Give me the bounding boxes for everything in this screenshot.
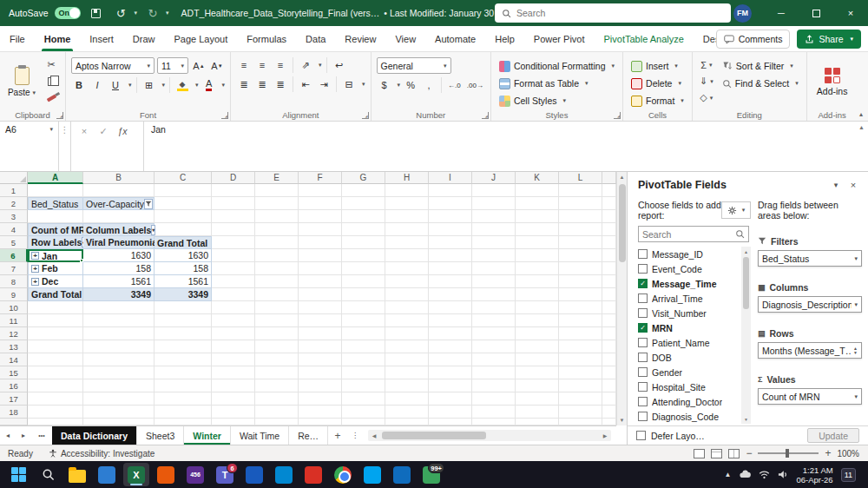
grid-cell[interactable] [255,406,299,419]
grid-cell[interactable] [155,210,212,223]
field-checkbox[interactable] [638,249,648,259]
grid-cell[interactable] [212,327,255,340]
grid-cell[interactable] [342,236,385,249]
grid-cell[interactable] [516,249,559,262]
grid-cell[interactable] [516,406,559,419]
grid-cell[interactable] [429,419,472,425]
grid-cell[interactable] [28,366,83,379]
grid-cell[interactable] [299,288,342,301]
pane-close-icon[interactable]: × [845,180,861,190]
alignment-dialog-launcher[interactable] [362,112,369,119]
enter-icon[interactable]: ✓ [95,124,111,138]
grid-cell[interactable] [559,340,602,353]
prev-sheet-icon[interactable]: ◂ [0,426,16,445]
start-button[interactable] [5,463,31,486]
pivot-filter-field-cell[interactable]: Bed_Status [28,197,83,210]
merge-center-button[interactable]: ⊟ [341,76,357,92]
decrease-indent-button[interactable]: ⇤ [298,76,313,92]
share-dropdown-icon[interactable]: ▾ [850,36,853,43]
grid-cell[interactable] [429,275,472,288]
number-dialog-launcher[interactable] [482,112,489,119]
font-color-dropdown-icon[interactable]: ▾ [222,82,226,89]
app-blue-tile[interactable] [94,463,120,486]
grid-cell[interactable] [385,236,429,249]
user-avatar[interactable]: FM [733,4,752,23]
field-checkbox[interactable] [638,412,648,421]
grid-cell[interactable] [472,184,516,197]
column-header-G[interactable]: G [342,172,385,184]
grid-cell[interactable] [28,379,83,392]
gear-drop-icon[interactable]: ▾ [742,207,746,214]
grid-cell[interactable] [255,197,299,210]
orientation-dropdown-icon[interactable]: ▾ [319,62,322,69]
format-painter-button[interactable] [43,90,60,105]
comma-style-button[interactable]: , [421,77,437,93]
grid-cell[interactable] [299,366,342,379]
grid-cell[interactable] [255,262,299,275]
filter-icon[interactable] [144,199,153,209]
row-header-11[interactable]: 11 [0,314,28,327]
grid-cell[interactable] [559,210,602,223]
grid-cell[interactable] [155,366,212,379]
grid-cell[interactable] [299,340,342,353]
grid-cell[interactable] [429,262,472,275]
bold-button[interactable]: B [71,77,87,93]
grid-cell[interactable] [385,197,429,210]
grid-cell[interactable] [516,419,559,425]
pivot-col-header-cell[interactable]: Viral Pneumonia [83,236,155,249]
grid-cell[interactable] [559,327,602,340]
grid-cell[interactable] [385,366,429,379]
row-header-3[interactable]: 3 [0,210,28,223]
expand-icon[interactable]: + [31,278,39,286]
row-header-17[interactable]: 17 [0,392,28,406]
tab-power-pivot[interactable]: Power Pivot [524,26,595,51]
pivot-row-feb-cell[interactable]: +Feb [28,262,83,275]
addins-button[interactable]: Add-ins [812,56,852,109]
field-item[interactable]: Attending_Doctor [638,394,751,409]
grid-cell[interactable] [602,275,616,288]
pivot-value-cell[interactable]: 1630 [155,249,212,262]
column-header-filler[interactable] [602,172,616,184]
grid-cell[interactable] [212,288,255,301]
grid-cell[interactable] [472,340,516,353]
row-header-18[interactable]: 18 [0,406,28,419]
grid-cell[interactable] [516,184,559,197]
values-field-chip[interactable]: Count of MRN▾ [758,388,862,405]
field-checkbox[interactable] [638,338,648,347]
grid-cell[interactable] [516,340,559,353]
sheet-tab-wait-time[interactable]: Wait Time [231,426,289,445]
grid-cell[interactable] [516,210,559,223]
grid-cell[interactable] [429,197,472,210]
field-item[interactable]: Gender [638,365,751,379]
grid-cell[interactable] [342,366,385,379]
sheet-tab-winter[interactable]: Winter [184,426,231,445]
find-select-button[interactable]: Find & Select▾ [720,76,801,91]
comments-button[interactable]: Comments [716,30,791,49]
wifi-icon[interactable] [759,470,770,479]
grid-cell[interactable] [516,327,559,340]
grid-cell[interactable] [429,249,472,262]
grid-cell[interactable] [299,327,342,340]
row-header-13[interactable]: 13 [0,340,28,353]
grid-cell[interactable] [255,340,299,353]
row-header-16[interactable]: 16 [0,379,28,392]
grid-cell[interactable] [559,314,602,327]
grid-cell[interactable] [212,406,255,419]
column-header-L[interactable]: L [559,172,602,184]
sheet-options-icon[interactable]: ⋮ [347,426,363,445]
grid-cell[interactable] [83,379,155,392]
fill-color-button[interactable]: ◆ [174,77,190,93]
tab-review[interactable]: Review [335,26,385,51]
grid-cell[interactable] [28,210,83,223]
grid-cell[interactable] [342,327,385,340]
fill-button[interactable]: ⇓▾ [698,74,715,89]
formula-input[interactable]: Jan [144,122,851,171]
notification-count-badge[interactable]: 11 [841,468,856,482]
app-teal-tile[interactable] [359,463,385,486]
grid-cell[interactable] [212,262,255,275]
grid-cell[interactable] [255,366,299,379]
grid-cell[interactable] [472,392,516,406]
grid-cell[interactable] [472,223,516,236]
grid-cell[interactable] [83,392,155,406]
font-name-select[interactable]: Aptos Narrow▾ [71,57,155,74]
